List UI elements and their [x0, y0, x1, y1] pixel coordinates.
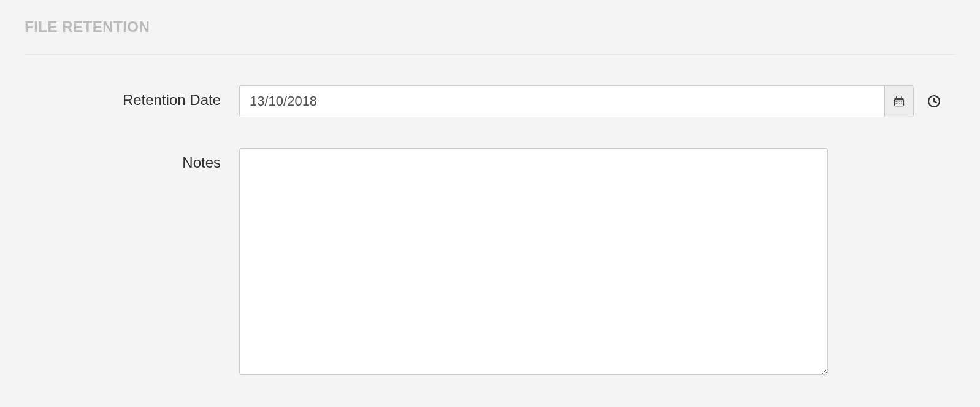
- svg-rect-7: [901, 101, 902, 102]
- svg-rect-6: [899, 101, 900, 102]
- retention-date-input-group: [239, 85, 914, 117]
- retention-date-input[interactable]: [239, 85, 884, 117]
- history-button[interactable]: [924, 91, 944, 112]
- svg-rect-0: [895, 98, 904, 99]
- svg-rect-4: [896, 101, 897, 102]
- section-title: FILE RETENTION: [25, 18, 955, 36]
- retention-date-label: Retention Date: [25, 85, 239, 109]
- calendar-icon: [893, 95, 905, 107]
- svg-rect-5: [898, 101, 899, 102]
- svg-rect-8: [896, 103, 897, 104]
- notes-row: Notes: [25, 148, 955, 375]
- file-retention-section: FILE RETENTION Retention Date: [25, 18, 955, 375]
- svg-rect-3: [901, 96, 902, 99]
- retention-date-controls: [239, 85, 944, 117]
- svg-rect-10: [899, 103, 900, 104]
- notes-label: Notes: [25, 148, 239, 171]
- calendar-picker-button[interactable]: [884, 85, 914, 117]
- notes-textarea[interactable]: [239, 148, 828, 375]
- svg-rect-9: [898, 103, 899, 104]
- svg-rect-11: [901, 103, 902, 104]
- clock-icon: [927, 94, 941, 109]
- notes-controls: [239, 148, 828, 375]
- retention-date-row: Retention Date: [25, 85, 955, 117]
- section-divider: [25, 54, 955, 55]
- svg-rect-2: [896, 96, 897, 99]
